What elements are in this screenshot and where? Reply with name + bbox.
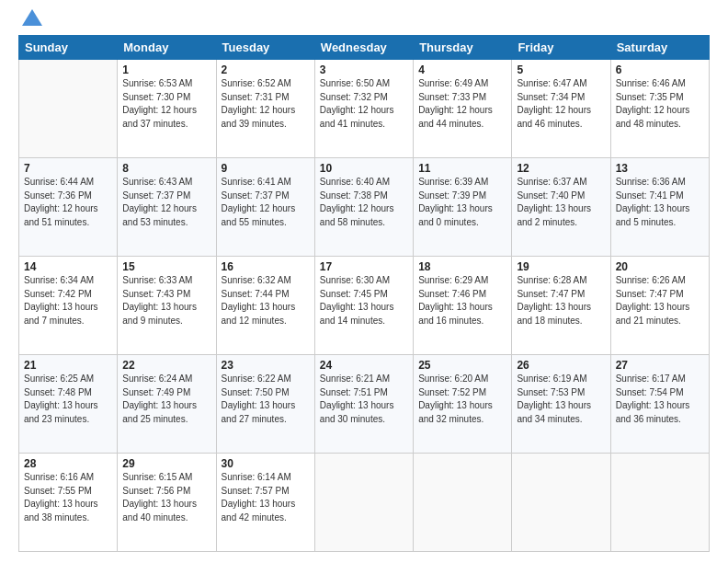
calendar-cell: 25Sunrise: 6:20 AM Sunset: 7:52 PM Dayli… [414,355,512,454]
calendar-week-row: 21Sunrise: 6:25 AM Sunset: 7:48 PM Dayli… [19,355,710,454]
day-header-saturday: Saturday [610,36,709,60]
calendar-cell: 24Sunrise: 6:21 AM Sunset: 7:51 PM Dayli… [314,355,413,454]
day-header-tuesday: Tuesday [216,36,314,60]
day-number: 21 [24,359,112,372]
day-number: 5 [517,63,605,76]
day-number: 11 [418,162,506,175]
day-number: 12 [517,162,605,175]
calendar-cell [610,454,709,552]
day-number: 22 [122,359,210,372]
calendar-cell [512,454,610,552]
day-info: Sunrise: 6:44 AM Sunset: 7:36 PM Dayligh… [24,176,112,229]
day-info: Sunrise: 6:25 AM Sunset: 7:48 PM Dayligh… [24,373,112,426]
day-number: 17 [320,260,408,273]
day-number: 25 [418,359,506,372]
calendar-cell: 7Sunrise: 6:44 AM Sunset: 7:36 PM Daylig… [19,158,118,257]
calendar-cell: 4Sunrise: 6:49 AM Sunset: 7:33 PM Daylig… [414,60,512,158]
calendar-week-row: 28Sunrise: 6:16 AM Sunset: 7:55 PM Dayli… [19,454,710,552]
calendar-cell: 21Sunrise: 6:25 AM Sunset: 7:48 PM Dayli… [19,355,118,454]
day-header-thursday: Thursday [414,36,512,60]
calendar-cell: 14Sunrise: 6:34 AM Sunset: 7:42 PM Dayli… [19,257,118,355]
day-number: 9 [222,162,310,175]
calendar-cell [314,454,413,552]
calendar-cell: 30Sunrise: 6:14 AM Sunset: 7:57 PM Dayli… [216,454,314,552]
day-header-wednesday: Wednesday [314,36,413,60]
day-info: Sunrise: 6:17 AM Sunset: 7:54 PM Dayligh… [616,373,704,426]
day-info: Sunrise: 6:30 AM Sunset: 7:45 PM Dayligh… [320,274,408,327]
calendar-header-row: SundayMondayTuesdayWednesdayThursdayFrid… [19,36,710,60]
day-header-monday: Monday [118,36,216,60]
day-number: 2 [222,63,310,76]
calendar-cell: 3Sunrise: 6:50 AM Sunset: 7:32 PM Daylig… [314,60,413,158]
day-info: Sunrise: 6:46 AM Sunset: 7:35 PM Dayligh… [616,77,704,131]
day-info: Sunrise: 6:50 AM Sunset: 7:32 PM Dayligh… [320,77,408,131]
day-header-friday: Friday [512,36,610,60]
day-info: Sunrise: 6:21 AM Sunset: 7:51 PM Dayligh… [320,373,408,426]
calendar-cell: 22Sunrise: 6:24 AM Sunset: 7:49 PM Dayli… [118,355,216,454]
day-info: Sunrise: 6:33 AM Sunset: 7:43 PM Dayligh… [122,274,210,327]
day-info: Sunrise: 6:43 AM Sunset: 7:37 PM Dayligh… [122,176,210,229]
calendar-cell: 16Sunrise: 6:32 AM Sunset: 7:44 PM Dayli… [216,257,314,355]
day-info: Sunrise: 6:29 AM Sunset: 7:46 PM Dayligh… [418,274,506,327]
day-number: 16 [222,260,310,273]
day-info: Sunrise: 6:49 AM Sunset: 7:33 PM Dayligh… [418,77,506,131]
day-info: Sunrise: 6:53 AM Sunset: 7:30 PM Dayligh… [122,77,210,131]
day-info: Sunrise: 6:39 AM Sunset: 7:39 PM Dayligh… [418,176,506,229]
day-number: 7 [24,162,112,175]
calendar-cell: 19Sunrise: 6:28 AM Sunset: 7:47 PM Dayli… [512,257,610,355]
day-info: Sunrise: 6:52 AM Sunset: 7:31 PM Dayligh… [222,77,310,131]
day-info: Sunrise: 6:36 AM Sunset: 7:41 PM Dayligh… [616,176,704,229]
day-number: 27 [616,359,704,372]
calendar-cell: 26Sunrise: 6:19 AM Sunset: 7:53 PM Dayli… [512,355,610,454]
calendar-week-row: 14Sunrise: 6:34 AM Sunset: 7:42 PM Dayli… [19,257,710,355]
day-info: Sunrise: 6:37 AM Sunset: 7:40 PM Dayligh… [517,176,605,229]
day-number: 19 [517,260,605,273]
day-info: Sunrise: 6:26 AM Sunset: 7:47 PM Dayligh… [616,274,704,327]
day-number: 6 [616,63,704,76]
day-number: 14 [24,260,112,273]
page: SundayMondayTuesdayWednesdayThursdayFrid… [0,0,728,563]
calendar-cell: 17Sunrise: 6:30 AM Sunset: 7:45 PM Dayli… [314,257,413,355]
calendar-cell: 9Sunrise: 6:41 AM Sunset: 7:37 PM Daylig… [216,158,314,257]
day-info: Sunrise: 6:14 AM Sunset: 7:57 PM Dayligh… [222,471,310,524]
day-info: Sunrise: 6:41 AM Sunset: 7:37 PM Dayligh… [222,176,310,229]
calendar-week-row: 7Sunrise: 6:44 AM Sunset: 7:36 PM Daylig… [19,158,710,257]
calendar-cell: 2Sunrise: 6:52 AM Sunset: 7:31 PM Daylig… [216,60,314,158]
day-number: 18 [418,260,506,273]
day-number: 4 [418,63,506,76]
day-number: 20 [616,260,704,273]
day-info: Sunrise: 6:19 AM Sunset: 7:53 PM Dayligh… [517,373,605,426]
day-info: Sunrise: 6:40 AM Sunset: 7:38 PM Dayligh… [320,176,408,229]
day-header-sunday: Sunday [19,36,118,60]
calendar-cell: 29Sunrise: 6:15 AM Sunset: 7:56 PM Dayli… [118,454,216,552]
calendar-cell: 10Sunrise: 6:40 AM Sunset: 7:38 PM Dayli… [314,158,413,257]
calendar-cell: 11Sunrise: 6:39 AM Sunset: 7:39 PM Dayli… [414,158,512,257]
day-number: 13 [616,162,704,175]
day-info: Sunrise: 6:28 AM Sunset: 7:47 PM Dayligh… [517,274,605,327]
calendar-cell [19,60,118,158]
day-info: Sunrise: 6:24 AM Sunset: 7:49 PM Dayligh… [122,373,210,426]
day-info: Sunrise: 6:20 AM Sunset: 7:52 PM Dayligh… [418,373,506,426]
day-number: 8 [122,162,210,175]
logo [18,15,42,26]
svg-marker-0 [22,9,42,26]
logo-icon [22,9,42,26]
day-number: 1 [122,63,210,76]
calendar-cell: 12Sunrise: 6:37 AM Sunset: 7:40 PM Dayli… [512,158,610,257]
day-number: 15 [122,260,210,273]
calendar-cell: 27Sunrise: 6:17 AM Sunset: 7:54 PM Dayli… [610,355,709,454]
day-info: Sunrise: 6:16 AM Sunset: 7:55 PM Dayligh… [24,471,112,524]
calendar-cell: 20Sunrise: 6:26 AM Sunset: 7:47 PM Dayli… [610,257,709,355]
calendar-cell: 23Sunrise: 6:22 AM Sunset: 7:50 PM Dayli… [216,355,314,454]
day-info: Sunrise: 6:32 AM Sunset: 7:44 PM Dayligh… [222,274,310,327]
calendar-cell [414,454,512,552]
calendar-table: SundayMondayTuesdayWednesdayThursdayFrid… [18,35,710,552]
calendar-cell: 15Sunrise: 6:33 AM Sunset: 7:43 PM Dayli… [118,257,216,355]
day-number: 24 [320,359,408,372]
day-number: 28 [24,457,112,470]
calendar-cell: 1Sunrise: 6:53 AM Sunset: 7:30 PM Daylig… [118,60,216,158]
day-number: 30 [222,457,310,470]
calendar-cell: 18Sunrise: 6:29 AM Sunset: 7:46 PM Dayli… [414,257,512,355]
day-number: 10 [320,162,408,175]
calendar-cell: 5Sunrise: 6:47 AM Sunset: 7:34 PM Daylig… [512,60,610,158]
